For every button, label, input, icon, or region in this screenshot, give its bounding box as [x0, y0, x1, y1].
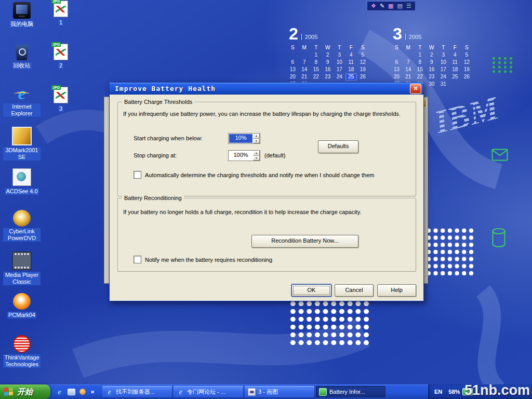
calendar-date: 13 [391, 66, 403, 73]
toolbar-menu-icon[interactable]: ▤ [397, 2, 403, 10]
calendar-date: 14 [299, 66, 311, 73]
dialog-title: Improve Battery Health [115, 85, 410, 92]
auto-determine-checkbox[interactable]: Automatically determine the charging thr… [134, 171, 374, 179]
calendar-date: 6 [391, 59, 403, 66]
close-icon[interactable]: ✕ [410, 84, 421, 94]
desktop-icon-label: 我的电脑 [9, 21, 34, 28]
spin-down-icon[interactable]: ▼ [253, 139, 260, 144]
calendar-date: 16 [322, 66, 334, 73]
start-threshold-spinner[interactable]: 10% ▲ ▼ [228, 133, 260, 144]
calendar-date: 16 [426, 66, 438, 73]
taskbar-task-button-2[interactable]: 专门网论坛 - ... [174, 386, 243, 397]
cancel-button[interactable]: Cancel [335, 284, 374, 297]
spinner-buttons: ▲ ▼ [253, 134, 260, 143]
calendar-date: 11 [449, 59, 461, 66]
calendar-date: 19 [357, 66, 369, 73]
calendar-date: 2 [322, 51, 334, 59]
dialog-titlebar[interactable]: Improve Battery Health ✕ [110, 83, 423, 95]
desktop-icon-pcmark[interactable]: PCMark04 [3, 293, 41, 335]
watermark-51nb: 51nb.com [464, 382, 530, 398]
calendar-day-header: T [414, 44, 426, 51]
checkbox-icon[interactable] [134, 171, 141, 179]
task-button-label: 专门网论坛 - ... [187, 388, 225, 396]
ok-button[interactable]: OK [291, 284, 331, 297]
calendar-date [287, 51, 299, 59]
taskbar-task-button-1[interactable]: 找不到服务器... [102, 386, 172, 397]
taskbar-task-button-3[interactable]: 3 - 画图 [245, 386, 314, 397]
desktop-icon-jpg-1[interactable]: JPG1 [46, 1, 76, 43]
mpc-icon [12, 251, 32, 270]
quick-launch: e » [50, 388, 100, 396]
calendar-date: 24 [334, 73, 345, 81]
dot-pattern [289, 300, 370, 347]
desktop-icon-powerdvd[interactable]: CyberLink PowerDVD [3, 210, 41, 251]
calendar-date: 8 [310, 59, 322, 66]
desktop: 2 2005 SMTWTFS12345678910111213141516171… [0, 0, 532, 399]
start-button[interactable]: 开始 [0, 384, 50, 399]
checkbox-label: Notify me when the battery requires reco… [145, 257, 272, 263]
calendar-date: 25 [449, 73, 461, 81]
checkbox-icon[interactable] [134, 256, 141, 263]
desktop-file-column: JPG1JPG2JPG3 [46, 0, 76, 129]
calendar-day-header: W [426, 44, 438, 51]
soft-keyboard-icon[interactable]: ▦ [388, 2, 393, 10]
calendar-date: 14 [403, 66, 415, 73]
desktop-icon-jpg-2[interactable]: JPG2 [46, 44, 76, 86]
pen-icon[interactable]: ✎ [380, 2, 384, 10]
calendar-date: 11 [345, 59, 357, 66]
stop-threshold-spinner[interactable]: 100% ▲ ▼ [228, 150, 260, 161]
desktop-icon-label: ThinkVantage Technologies [3, 354, 41, 368]
start-charging-label: Start charging when below: [134, 135, 203, 141]
calendar-grid: SMTWTFS123456789101112131415161718192021… [287, 44, 369, 88]
desktop-icon-ie[interactable]: eInternet Explorer [3, 85, 41, 127]
desktop-icon-my-computer[interactable]: 我的电脑 [3, 2, 41, 44]
calendar-day-header: M [403, 44, 415, 51]
windows-logo-icon [4, 387, 14, 396]
desktop-icon-thinkvantage[interactable]: ThinkVantage Technologies [3, 335, 41, 377]
group-legend: Battery Reconditioning [122, 195, 184, 201]
ime-icon[interactable]: ❖ [371, 2, 376, 10]
recondition-battery-button[interactable]: Recondition Battery Now... [251, 235, 358, 248]
stop-threshold-value[interactable]: 100% [229, 151, 252, 160]
calendar-date: 15 [310, 66, 322, 73]
jpg-badge: JPG [51, 42, 61, 47]
language-indicator[interactable]: EN [434, 389, 442, 395]
taskbar-task-button-4[interactable]: Battery Infor... [316, 386, 385, 397]
quicklaunch-media-player-icon[interactable] [79, 389, 86, 395]
desktop-icon-acdsee[interactable]: ACDSee 4.0 [3, 168, 41, 210]
spin-down-icon[interactable]: ▼ [253, 156, 260, 161]
quicklaunch-ie-icon[interactable]: e [56, 388, 63, 396]
defaults-button[interactable]: Defaults [318, 140, 358, 153]
calendar-year: 2005 [301, 34, 317, 40]
calendar-month: 3 [393, 26, 402, 42]
powerdvd-icon [13, 210, 31, 227]
desktop-icon-recycle-bin[interactable]: 回收站 [3, 44, 41, 85]
stop-charging-label: Stop charging at: [134, 152, 177, 158]
desktop-icon-label: 回收站 [12, 62, 32, 69]
language-bar[interactable]: ❖ ✎ ▦ ▤ ☰ [367, 1, 416, 11]
spin-up-icon[interactable]: ▲ [253, 134, 260, 139]
notify-reconditioning-checkbox[interactable]: Notify me when the battery requires reco… [134, 256, 272, 263]
options-icon[interactable]: ☰ [406, 2, 411, 10]
desktop-icon-mark3d[interactable]: 3DMark2001 SE [3, 127, 41, 168]
help-button[interactable]: Help [377, 284, 416, 297]
quicklaunch-overflow-chevron-icon[interactable]: » [90, 388, 95, 396]
calendar-day-header: M [299, 44, 311, 51]
spin-up-icon[interactable]: ▲ [253, 151, 260, 156]
calendar-date: 9 [426, 59, 438, 66]
calendar-day-header: S [357, 44, 369, 51]
start-threshold-value[interactable]: 10% [229, 134, 252, 143]
desktop-icon-mpc[interactable]: Media Player Classic [3, 251, 41, 293]
desktop-icon-jpg-3[interactable]: JPG3 [46, 87, 76, 129]
desktop-icon-label: Internet Explorer [3, 103, 41, 117]
envelope-icon [491, 149, 508, 163]
task-button-label: Battery Infor... [329, 389, 365, 395]
jpg-badge: JPG [51, 0, 61, 4]
jpg-icon: JPG [54, 44, 68, 60]
calendar-date: 10 [334, 59, 345, 66]
quicklaunch-show-desktop-icon[interactable] [68, 389, 75, 395]
jpg-icon: JPG [54, 87, 68, 103]
ie-icon [105, 388, 113, 396]
desktop-icon-label: PCMark04 [7, 312, 36, 318]
reconditioning-description: If your battery no longer holds a full c… [123, 209, 411, 215]
